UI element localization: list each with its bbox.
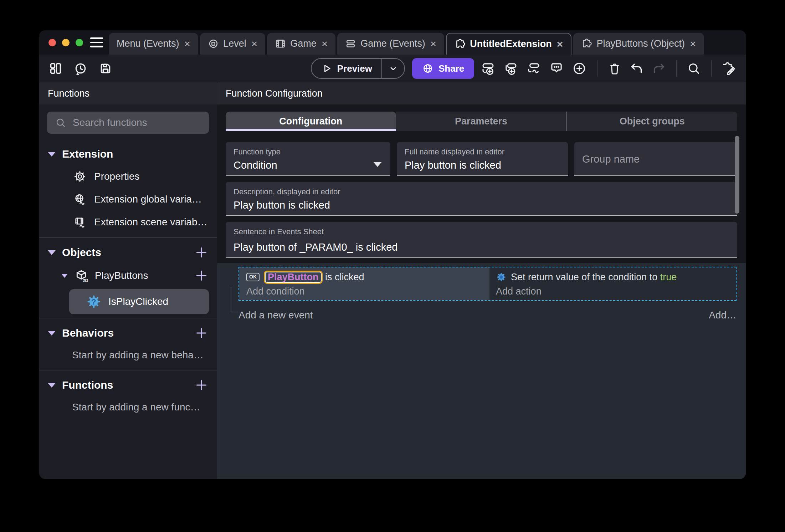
caret-down-icon [48, 331, 56, 336]
project-manager-button[interactable] [48, 61, 63, 76]
add-subevent-button[interactable] [503, 61, 518, 76]
item-playbuttons[interactable]: 2D PlayButtons [39, 264, 217, 288]
caret-down-icon [61, 274, 68, 278]
main-title: Function Configuration [217, 82, 746, 104]
main-menu-button[interactable] [90, 30, 103, 55]
tab-label: PlayButtons (Object) [596, 38, 685, 49]
add-object-function-button[interactable] [195, 269, 208, 282]
save-button[interactable] [98, 61, 113, 76]
group-name-input[interactable] [582, 153, 729, 165]
item-extension-scene-variables[interactable]: Extension scene variab… [39, 211, 217, 234]
add-behavior-button[interactable] [195, 326, 208, 340]
search-button[interactable] [687, 61, 701, 76]
undo-button[interactable] [630, 61, 644, 76]
tab-playbuttons-object[interactable]: PlayButtons (Object) × [573, 33, 704, 55]
add-event-icon [481, 61, 496, 76]
vertical-scrollbar[interactable] [735, 136, 739, 214]
svg-text:?: ? [91, 297, 96, 306]
close-icon[interactable]: × [557, 39, 563, 50]
chevron-down-icon [388, 63, 399, 74]
toolbar-divider [711, 60, 712, 77]
tab-bar: Menu (Events) × Level × Game × [39, 30, 746, 55]
add-more-button[interactable]: Add… [709, 310, 737, 321]
add-function-button[interactable] [195, 378, 208, 392]
section-extension[interactable]: Extension [39, 143, 217, 165]
tab-configuration[interactable]: Configuration [226, 112, 396, 131]
search-functions-input[interactable] [73, 117, 201, 128]
preview-button[interactable]: Preview [312, 59, 381, 78]
item-extension-global-variables[interactable]: Extension global varia… [39, 188, 217, 211]
tab-game[interactable]: Game × [267, 33, 335, 55]
full-name-field[interactable]: Full name displayed in editor Play butto… [397, 142, 568, 176]
minimize-window-button[interactable] [62, 39, 70, 46]
section-functions[interactable]: Functions [39, 374, 217, 396]
caret-down-icon [48, 383, 56, 388]
layout-icon [48, 61, 63, 76]
caret-down-icon [48, 152, 56, 157]
behaviors-hint: Start by adding a new beha… [39, 344, 217, 366]
tab-parameters[interactable]: Parameters [396, 112, 566, 131]
close-window-button[interactable] [48, 39, 56, 46]
tab-game-events[interactable]: Game (Events) × [337, 33, 444, 55]
selected-object-chip[interactable]: PlayButton [264, 271, 323, 284]
item-properties[interactable]: Properties [39, 165, 217, 188]
condition-function-icon: ? [86, 294, 101, 309]
section-label: Functions [62, 379, 195, 391]
search-icon [687, 61, 701, 76]
play-icon [321, 63, 332, 74]
object-label: PlayButtons [95, 270, 195, 281]
field-label: Sentence in Events Sheet [234, 227, 729, 236]
zoom-window-button[interactable] [76, 39, 83, 46]
close-icon[interactable]: × [251, 39, 258, 49]
action-row[interactable]: Set return value of the condition to tru… [496, 270, 731, 284]
divider [39, 370, 217, 370]
close-icon[interactable]: × [430, 39, 437, 49]
tab-object-groups[interactable]: Object groups [566, 112, 737, 131]
section-objects[interactable]: Objects [39, 241, 217, 264]
puzzle-icon [455, 39, 466, 50]
svg-text:2D: 2D [83, 278, 88, 283]
add-new-event-button[interactable]: Add a new event [238, 310, 313, 321]
puzzle-icon [581, 38, 592, 49]
app-window: Menu (Events) × Level × Game × [39, 30, 746, 479]
item-isplayclicked[interactable]: ? IsPlayClicked [69, 289, 209, 314]
comment-icon [549, 61, 564, 76]
field-value: Play button of _PARAM0_ is clicked [234, 241, 729, 253]
globe-variables-icon [73, 193, 86, 206]
sidebar-title: Functions [39, 82, 217, 104]
tab-menu-events[interactable]: Menu (Events) × [109, 33, 198, 55]
tab-level[interactable]: Level × [200, 33, 265, 55]
preview-options-button[interactable] [381, 59, 404, 78]
selected-event[interactable]: OK PlayButton is clicked Add condition [238, 267, 737, 301]
circle-plus-icon [572, 61, 587, 76]
add-object-button[interactable] [195, 246, 208, 259]
version-history-button[interactable] [73, 61, 88, 76]
add-action-button[interactable]: Add action [496, 285, 731, 298]
delete-button[interactable] [607, 61, 622, 76]
add-condition-button[interactable]: Add condition [246, 285, 484, 298]
condition-row[interactable]: OK PlayButton is clicked [246, 270, 484, 284]
preview-split-button: Preview [311, 58, 405, 79]
share-button[interactable]: Share [412, 58, 474, 79]
edit-extension-button[interactable] [722, 61, 737, 76]
close-icon[interactable]: × [184, 39, 191, 49]
globe-icon [422, 63, 433, 74]
tab-label: Menu (Events) [117, 38, 179, 49]
add-comment-button[interactable] [549, 61, 564, 76]
sentence-field[interactable]: Sentence in Events Sheet Play button of … [226, 222, 737, 258]
close-icon[interactable]: × [690, 39, 696, 49]
section-behaviors[interactable]: Behaviors [39, 322, 217, 344]
dropdown-arrow-icon [373, 162, 382, 167]
function-type-select[interactable]: Function type Condition [226, 142, 390, 176]
add-event-button[interactable] [481, 61, 496, 76]
close-icon[interactable]: × [322, 39, 328, 49]
events-sheet-icon [345, 38, 356, 49]
history-icon [73, 61, 88, 76]
choose-event-button[interactable] [572, 61, 587, 76]
description-field[interactable]: Description, displayed in editor Play bu… [226, 182, 737, 216]
add-other-event-button[interactable] [526, 61, 541, 76]
cube-2d-icon: 2D [74, 268, 88, 283]
divider [39, 237, 217, 238]
redo-button[interactable] [652, 61, 666, 76]
tab-untitled-extension[interactable]: UntitledExtension × [446, 33, 571, 55]
